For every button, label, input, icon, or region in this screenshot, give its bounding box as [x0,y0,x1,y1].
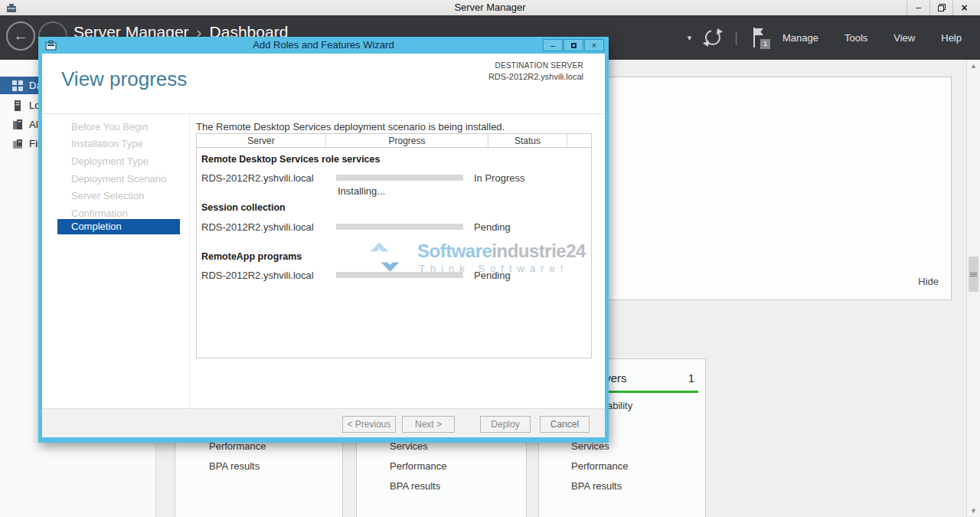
progress-bar [336,224,463,230]
tile-link[interactable]: BPA results [209,460,260,472]
wizard-maximize-icon[interactable] [564,39,583,51]
server-icon [12,100,23,111]
menu-help[interactable]: Help [941,32,962,44]
nav-divider [189,114,190,408]
hide-link[interactable]: Hide [918,276,939,287]
group-header: Remote Desktop Services role services [201,154,380,165]
menu-view[interactable]: View [893,32,915,44]
tile-link[interactable]: Performance [390,460,446,472]
progress-note: Installing... [338,185,385,197]
notification-badge: 1 [760,39,770,49]
wizard-step-deployment-type[interactable]: Deployment Type [57,155,180,167]
status-badge: In Progress [474,172,524,184]
tile-link[interactable]: Performance [571,460,628,472]
wizard-heading: View progress [61,67,187,91]
scroll-down-icon[interactable]: ▼ [967,507,980,515]
scrollbar-thumb[interactable] [969,257,978,292]
navbar-divider: | [734,30,738,46]
column-status[interactable]: Status [488,134,567,147]
table-row-server: RDS-2012R2.yshvili.local [201,270,314,281]
column-progress[interactable]: Progress [326,134,488,147]
menu-manage[interactable]: Manage [782,32,818,44]
wizard-title: Add Roles and Features Wizard [38,37,609,54]
chevron-down-icon[interactable]: ▾ [688,33,692,43]
wizard-titlebar[interactable]: Add Roles and Features Wizard – × [38,37,609,54]
wizard-step-deployment-scenario[interactable]: Deployment Scenario [57,173,180,185]
add-roles-features-wizard: Add Roles and Features Wizard – × View p… [38,37,609,443]
destination-server: DESTINATION SERVER RDS-2012R2.yshvili.lo… [488,61,583,81]
servers-icon [12,119,23,130]
deploy-button[interactable]: Deploy [480,416,531,433]
header-divider [42,113,605,114]
table-row-server: RDS-2012R2.yshvili.local [201,172,314,184]
group-header: RemoteApp programs [201,251,302,262]
wizard-footer: < Previous Next > Deploy Cancel [42,408,605,437]
table-header: Server Progress Status [197,134,591,148]
progress-table: Server Progress Status Remote Desktop Se… [196,133,592,358]
close-icon[interactable]: × [952,0,975,15]
progress-bar [336,175,463,181]
maximize-icon[interactable] [929,0,952,15]
tile-link[interactable]: BPA results [571,480,622,492]
progress-bar [336,272,463,278]
wizard-step-completion[interactable]: Completion [57,219,180,234]
status-badge: Pending [474,270,511,281]
refresh-icon[interactable] [702,27,724,48]
wizard-body: View progress DESTINATION SERVER RDS-201… [38,54,609,443]
wizard-step-before-you-begin[interactable]: Before You Begin [57,121,180,133]
wizard-minimize-icon[interactable]: – [543,39,563,51]
vertical-scrollbar[interactable]: ▲ ▼ [966,60,980,517]
status-badge: Pending [474,221,511,233]
next-button[interactable]: Next > [402,416,455,433]
previous-button[interactable]: < Previous [342,416,396,433]
tile-link[interactable]: BPA results [390,480,440,492]
minimize-icon[interactable]: – [906,0,929,15]
menu-tools[interactable]: Tools [844,32,867,44]
wizard-step-server-selection[interactable]: Server Selection [57,190,180,201]
table-row-server: RDS-2012R2.yshvili.local [201,221,314,233]
dashboard-grid-icon [12,80,23,91]
destination-server-name: RDS-2012R2.yshvili.local [488,72,583,81]
file-storage-icon [12,139,23,149]
notifications-flag-icon[interactable]: 1 [750,26,769,49]
window-title: Server Manager [0,2,980,13]
tile-count: 1 [688,371,694,384]
install-message: The Remote Desktop Services deployment s… [196,121,505,133]
wizard-step-confirmation[interactable]: Confirmation [57,208,180,219]
cancel-button[interactable]: Cancel [540,416,590,433]
back-button[interactable]: ← [6,21,35,51]
column-server[interactable]: Server [197,134,326,147]
window-titlebar: Server Manager – × [0,0,980,15]
scroll-up-icon[interactable]: ▲ [967,62,980,70]
wizard-step-installation-type[interactable]: Installation Type [57,138,180,149]
destination-server-label: DESTINATION SERVER [488,61,583,70]
server-manager-window: Server Manager – × ← → Server Manager›Da… [0,0,980,517]
wizard-close-icon[interactable]: × [584,39,604,51]
group-header: Session collection [201,202,286,213]
